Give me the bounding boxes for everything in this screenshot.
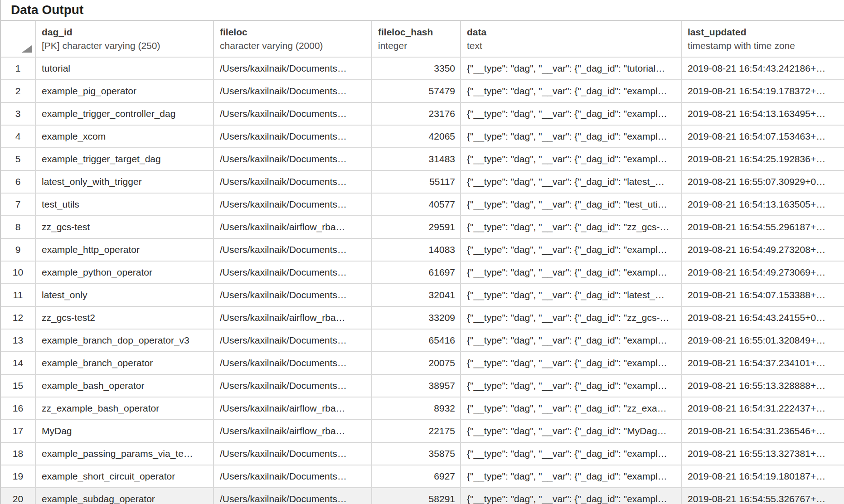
cell-fileloc-hash[interactable]: 8932 <box>372 397 461 420</box>
cell-dag-id[interactable]: example_branch_dop_operator_v3 <box>36 330 214 352</box>
cell-data[interactable]: {"__type": "dag", "__var": {"_dag_id": "… <box>461 375 682 397</box>
cell-data[interactable]: {"__type": "dag", "__var": {"_dag_id": "… <box>461 262 682 284</box>
cell-fileloc-hash[interactable]: 40577 <box>372 194 461 216</box>
cell-fileloc[interactable]: /Users/kaxilnaik/airflow_rba… <box>214 216 372 239</box>
cell-fileloc[interactable]: /Users/kaxilnaik/Documents… <box>214 262 372 284</box>
cell-last-updated[interactable]: 2019-08-21 16:54:13.163505+… <box>682 194 844 216</box>
cell-last-updated[interactable]: 2019-08-21 16:54:43.24155+0… <box>682 307 844 330</box>
cell-data[interactable]: {"__type": "dag", "__var": {"_dag_id": "… <box>461 103 682 126</box>
row-number[interactable]: 5 <box>1 148 36 171</box>
cell-fileloc-hash[interactable]: 32041 <box>372 284 461 307</box>
cell-data[interactable]: {"__type": "dag", "__var": {"_dag_id": "… <box>461 171 682 194</box>
cell-fileloc-hash[interactable]: 35875 <box>372 443 461 465</box>
cell-dag-id[interactable]: MyDag <box>36 420 214 443</box>
column-header-fileloc[interactable]: fileloc character varying (2000) <box>214 21 372 58</box>
row-number[interactable]: 3 <box>1 103 36 126</box>
cell-fileloc-hash[interactable]: 38957 <box>372 375 461 397</box>
cell-dag-id[interactable]: example_branch_operator <box>36 352 214 375</box>
cell-dag-id[interactable]: latest_only_with_trigger <box>36 171 214 194</box>
row-number[interactable]: 16 <box>1 397 36 420</box>
cell-fileloc[interactable]: /Users/kaxilnaik/Documents… <box>214 443 372 465</box>
cell-data[interactable]: {"__type": "dag", "__var": {"_dag_id": "… <box>461 352 682 375</box>
cell-fileloc[interactable]: /Users/kaxilnaik/Documents… <box>214 58 372 80</box>
cell-data[interactable]: {"__type": "dag", "__var": {"_dag_id": "… <box>461 284 682 307</box>
cell-data[interactable]: {"__type": "dag", "__var": {"_dag_id": "… <box>461 239 682 262</box>
row-number[interactable]: 17 <box>1 420 36 443</box>
cell-fileloc[interactable]: /Users/kaxilnaik/Documents… <box>214 330 372 352</box>
cell-fileloc[interactable]: /Users/kaxilnaik/Documents… <box>214 126 372 148</box>
cell-fileloc-hash[interactable]: 57479 <box>372 80 461 103</box>
row-number[interactable]: 11 <box>1 284 36 307</box>
row-number[interactable]: 6 <box>1 171 36 194</box>
cell-last-updated[interactable]: 2019-08-21 16:54:25.192836+… <box>682 148 844 171</box>
row-number[interactable]: 18 <box>1 443 36 465</box>
column-header-dag-id[interactable]: dag_id [PK] character varying (250) <box>36 21 214 58</box>
cell-fileloc[interactable]: /Users/kaxilnaik/airflow_rba… <box>214 397 372 420</box>
cell-dag-id[interactable]: example_short_circuit_operator <box>36 465 214 488</box>
cell-last-updated[interactable]: 2019-08-21 16:54:37.234101+… <box>682 352 844 375</box>
cell-dag-id[interactable]: test_utils <box>36 194 214 216</box>
row-number[interactable]: 20 <box>1 488 36 504</box>
cell-last-updated[interactable]: 2019-08-21 16:54:19.180187+… <box>682 465 844 488</box>
cell-data[interactable]: {"__type": "dag", "__var": {"_dag_id": "… <box>461 420 682 443</box>
cell-fileloc[interactable]: /Users/kaxilnaik/airflow_rba… <box>214 307 372 330</box>
cell-fileloc[interactable]: /Users/kaxilnaik/Documents… <box>214 239 372 262</box>
cell-last-updated[interactable]: 2019-08-21 16:54:07.153463+… <box>682 126 844 148</box>
cell-fileloc-hash[interactable]: 23176 <box>372 103 461 126</box>
cell-dag-id[interactable]: tutorial <box>36 58 214 80</box>
cell-fileloc[interactable]: /Users/kaxilnaik/Documents… <box>214 465 372 488</box>
cell-dag-id[interactable]: example_pig_operator <box>36 80 214 103</box>
cell-fileloc[interactable]: /Users/kaxilnaik/Documents… <box>214 80 372 103</box>
cell-last-updated[interactable]: 2019-08-21 16:55:13.328888+… <box>682 375 844 397</box>
cell-last-updated[interactable]: 2019-08-21 16:54:07.153388+… <box>682 284 844 307</box>
cell-data[interactable]: {"__type": "dag", "__var": {"_dag_id": "… <box>461 488 682 504</box>
cell-last-updated[interactable]: 2019-08-21 16:55:07.30929+0… <box>682 171 844 194</box>
cell-dag-id[interactable]: example_bash_operator <box>36 375 214 397</box>
row-number[interactable]: 1 <box>1 58 36 80</box>
cell-dag-id[interactable]: zz_gcs-test <box>36 216 214 239</box>
cell-fileloc-hash[interactable]: 6927 <box>372 465 461 488</box>
cell-fileloc-hash[interactable]: 58291 <box>372 488 461 504</box>
row-number[interactable]: 12 <box>1 307 36 330</box>
cell-fileloc[interactable]: /Users/kaxilnaik/Documents… <box>214 284 372 307</box>
row-number[interactable]: 15 <box>1 375 36 397</box>
cell-last-updated[interactable]: 2019-08-21 16:54:55.326767+… <box>682 488 844 504</box>
cell-last-updated[interactable]: 2019-08-21 16:54:49.273069+… <box>682 262 844 284</box>
cell-data[interactable]: {"__type": "dag", "__var": {"_dag_id": "… <box>461 126 682 148</box>
column-header-fileloc-hash[interactable]: fileloc_hash integer <box>372 21 461 58</box>
row-number[interactable]: 19 <box>1 465 36 488</box>
cell-last-updated[interactable]: 2019-08-21 16:54:43.242186+… <box>682 58 844 80</box>
cell-fileloc-hash[interactable]: 65416 <box>372 330 461 352</box>
row-number[interactable]: 2 <box>1 80 36 103</box>
cell-fileloc[interactable]: /Users/kaxilnaik/airflow_rba… <box>214 420 372 443</box>
cell-last-updated[interactable]: 2019-08-21 16:54:13.163495+… <box>682 103 844 126</box>
cell-fileloc-hash[interactable]: 61697 <box>372 262 461 284</box>
cell-dag-id[interactable]: latest_only <box>36 284 214 307</box>
row-number[interactable]: 13 <box>1 330 36 352</box>
cell-fileloc-hash[interactable]: 42065 <box>372 126 461 148</box>
row-number[interactable]: 10 <box>1 262 36 284</box>
cell-fileloc[interactable]: /Users/kaxilnaik/Documents… <box>214 194 372 216</box>
cell-fileloc-hash[interactable]: 20075 <box>372 352 461 375</box>
cell-last-updated[interactable]: 2019-08-21 16:54:49.273208+… <box>682 239 844 262</box>
cell-last-updated[interactable]: 2019-08-21 16:54:31.236546+… <box>682 420 844 443</box>
cell-fileloc-hash[interactable]: 3350 <box>372 58 461 80</box>
cell-dag-id[interactable]: example_python_operator <box>36 262 214 284</box>
cell-data[interactable]: {"__type": "dag", "__var": {"_dag_id": "… <box>461 465 682 488</box>
cell-data[interactable]: {"__type": "dag", "__var": {"_dag_id": "… <box>461 80 682 103</box>
cell-data[interactable]: {"__type": "dag", "__var": {"_dag_id": "… <box>461 307 682 330</box>
cell-fileloc[interactable]: /Users/kaxilnaik/Documents… <box>214 375 372 397</box>
cell-fileloc[interactable]: /Users/kaxilnaik/Documents… <box>214 488 372 504</box>
cell-fileloc[interactable]: /Users/kaxilnaik/Documents… <box>214 103 372 126</box>
cell-last-updated[interactable]: 2019-08-21 16:54:19.178372+… <box>682 80 844 103</box>
select-all-corner[interactable] <box>1 21 36 58</box>
cell-data[interactable]: {"__type": "dag", "__var": {"_dag_id": "… <box>461 443 682 465</box>
cell-last-updated[interactable]: 2019-08-21 16:54:31.222437+… <box>682 397 844 420</box>
row-number[interactable]: 9 <box>1 239 36 262</box>
cell-data[interactable]: {"__type": "dag", "__var": {"_dag_id": "… <box>461 194 682 216</box>
cell-data[interactable]: {"__type": "dag", "__var": {"_dag_id": "… <box>461 397 682 420</box>
cell-fileloc-hash[interactable]: 55117 <box>372 171 461 194</box>
cell-data[interactable]: {"__type": "dag", "__var": {"_dag_id": "… <box>461 58 682 80</box>
cell-last-updated[interactable]: 2019-08-21 16:55:01.320849+… <box>682 330 844 352</box>
cell-fileloc-hash[interactable]: 29591 <box>372 216 461 239</box>
